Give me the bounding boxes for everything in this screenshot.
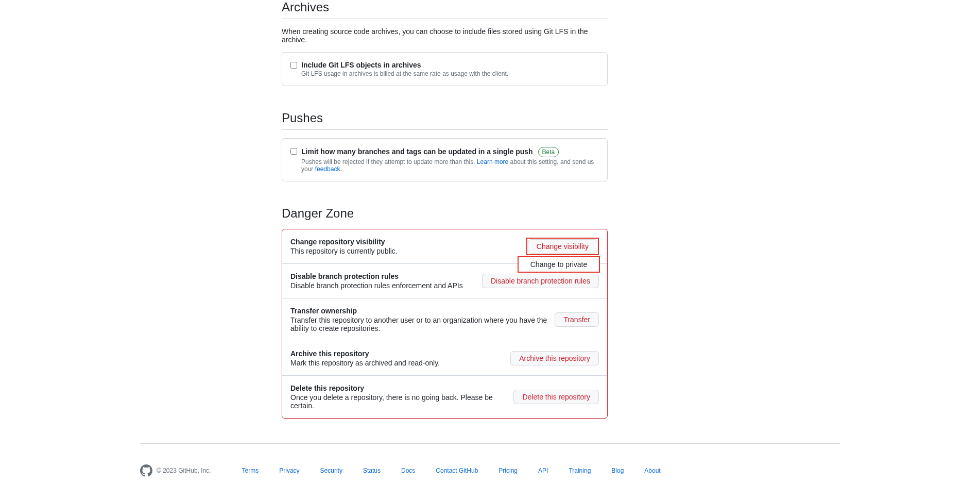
footer-link-security[interactable]: Security bbox=[320, 467, 342, 474]
change-to-private-option[interactable]: Change to private bbox=[518, 256, 600, 273]
delete-title: Delete this repository bbox=[290, 384, 507, 392]
visibility-title: Change repository visibility bbox=[290, 238, 520, 246]
include-lfs-checkbox[interactable] bbox=[290, 62, 297, 69]
limit-push-hint: Pushes will be rejected if they attempt … bbox=[301, 158, 599, 173]
footer-link-pricing[interactable]: Pricing bbox=[498, 467, 518, 474]
footer-link-about[interactable]: About bbox=[644, 467, 660, 474]
github-logo-icon bbox=[140, 464, 152, 477]
danger-zone-box: Change repository visibility This reposi… bbox=[282, 229, 608, 419]
pushes-box: Limit how many branches and tags can be … bbox=[282, 138, 608, 181]
footer-link-status[interactable]: Status bbox=[363, 467, 381, 474]
archives-box: Include Git LFS objects in archives Git … bbox=[282, 52, 608, 86]
disable-branch-rules-button[interactable]: Disable branch protection rules bbox=[482, 274, 599, 288]
archives-description: When creating source code archives, you … bbox=[282, 27, 608, 44]
footer-link-docs[interactable]: Docs bbox=[401, 467, 415, 474]
delete-button[interactable]: Delete this repository bbox=[513, 390, 599, 404]
branch-rules-desc: Disable branch protection rules enforcem… bbox=[290, 281, 476, 290]
dz-row-delete: Delete this repository Once you delete a… bbox=[282, 376, 607, 418]
feedback-link[interactable]: feedback bbox=[315, 165, 340, 173]
footer: © 2023 GitHub, Inc. Terms Privacy Securi… bbox=[0, 444, 980, 483]
archive-title: Archive this repository bbox=[290, 349, 504, 358]
hint-pre: Pushes will be rejected if they attempt … bbox=[301, 158, 477, 165]
archive-button[interactable]: Archive this repository bbox=[510, 351, 599, 365]
transfer-desc: Transfer this repository to another user… bbox=[290, 316, 548, 332]
change-visibility-button[interactable]: Change visibility bbox=[528, 239, 597, 254]
footer-link-api[interactable]: API bbox=[538, 467, 548, 474]
dz-row-transfer: Transfer ownership Transfer this reposit… bbox=[282, 298, 607, 341]
pushes-heading: Pushes bbox=[282, 111, 608, 130]
visibility-highlight: Change visibility bbox=[526, 238, 599, 255]
branch-rules-title: Disable branch protection rules bbox=[290, 272, 476, 280]
footer-copyright: © 2023 GitHub, Inc. bbox=[157, 467, 211, 474]
footer-link-blog[interactable]: Blog bbox=[611, 467, 624, 474]
delete-desc: Once you delete a repository, there is n… bbox=[290, 393, 507, 410]
transfer-button[interactable]: Transfer bbox=[555, 312, 599, 327]
archive-desc: Mark this repository as archived and rea… bbox=[290, 359, 504, 367]
footer-link-contact[interactable]: Contact GitHub bbox=[436, 467, 478, 474]
learn-more-link[interactable]: Learn more bbox=[477, 158, 508, 165]
dz-row-archive: Archive this repository Mark this reposi… bbox=[282, 341, 607, 376]
footer-link-privacy[interactable]: Privacy bbox=[279, 467, 299, 474]
visibility-desc: This repository is currently public. bbox=[290, 247, 520, 255]
transfer-title: Transfer ownership bbox=[290, 307, 548, 315]
beta-badge: Beta bbox=[538, 147, 559, 157]
limit-push-checkbox[interactable] bbox=[290, 148, 297, 155]
hint-end: . bbox=[340, 165, 341, 173]
include-lfs-label: Include Git LFS objects in archives bbox=[301, 61, 599, 69]
footer-link-training[interactable]: Training bbox=[569, 467, 591, 474]
limit-push-label: Limit how many branches and tags can be … bbox=[301, 147, 533, 156]
archives-heading: Archives bbox=[282, 0, 608, 19]
include-lfs-hint: Git LFS usage in archives is billed at t… bbox=[301, 70, 599, 77]
danger-zone-heading: Danger Zone bbox=[282, 206, 608, 221]
dz-row-visibility: Change repository visibility This reposi… bbox=[282, 229, 607, 264]
footer-link-terms[interactable]: Terms bbox=[242, 467, 259, 474]
footer-links: Terms Privacy Security Status Docs Conta… bbox=[242, 467, 661, 474]
